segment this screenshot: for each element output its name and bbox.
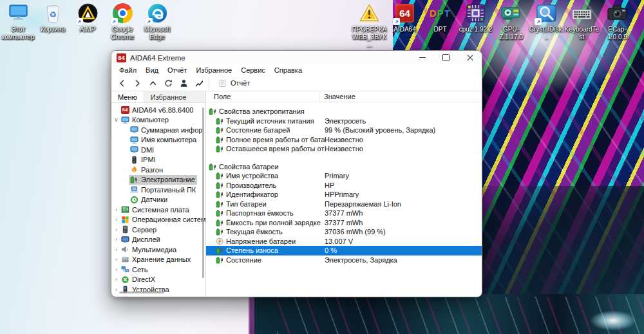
section-header[interactable]: Свойства батареи — [206, 162, 482, 172]
desktop-icon-cpuz[interactable]: cpuz 1.92.2 — [458, 3, 493, 33]
desktop-icon-dpt[interactable]: DPT DPT — [422, 3, 458, 33]
section-title: Свойства батареи — [219, 163, 279, 171]
maximize-button[interactable] — [434, 51, 458, 64]
flame-icon — [129, 165, 138, 174]
tree-item-электропитание[interactable]: Электропитание — [111, 175, 205, 185]
row-value: Перезаряжаемая Li-Ion — [325, 200, 482, 208]
desktop-icon-chrome[interactable]: Google Chrome — [105, 3, 140, 41]
table-row[interactable]: Степень износа0 % — [206, 246, 482, 255]
section-header[interactable]: Свойства электропитания — [206, 107, 482, 116]
tree-item-датчики[interactable]: Датчики — [111, 195, 205, 205]
table-row[interactable]: Ёмкость при полной зарядке37377 mWh — [206, 218, 482, 228]
tree-item-суммарная-инфор[interactable]: Суммарная инфор — [111, 125, 205, 135]
tree-item-directx[interactable]: ›DirectX — [111, 275, 205, 285]
table-row[interactable]: Состояние батарей99 % (Высокий уровень, … — [206, 125, 482, 135]
battery-icon — [215, 116, 223, 125]
monitor-icon — [129, 136, 138, 144]
table-row[interactable]: СостояниеЭлектросеть, Зарядка — [206, 255, 482, 265]
desktop-icon-crystal[interactable]: CrystalDisk... — [529, 3, 564, 41]
table-row[interactable]: Текущая ёмкость37036 mWh (99 %) — [206, 227, 482, 237]
table-row[interactable]: ПроизводительHP — [206, 181, 482, 190]
tree-horizontal-scrollbar[interactable] — [119, 292, 164, 293]
tree-item-dmi[interactable]: DMI — [111, 145, 205, 155]
tree-item-имя-компьютера[interactable]: Имя компьютера — [111, 135, 205, 145]
row-value: 13.007 V — [325, 237, 482, 245]
chevron-right-icon[interactable]: › — [113, 266, 120, 273]
tree-item-операционная-систем[interactable]: ›Операционная систем — [111, 215, 205, 225]
minimize-button[interactable] — [410, 51, 434, 64]
refresh-button[interactable] — [160, 77, 176, 89]
desktop-icon-warning[interactable]: ПРОВЕРКА WEB_ЗВУК... — [352, 3, 387, 48]
network-icon — [120, 265, 129, 274]
chevron-right-icon[interactable]: › — [113, 246, 120, 253]
chevron-right-icon[interactable]: › — [113, 276, 120, 283]
chart-button[interactable] — [191, 77, 207, 89]
table-row[interactable]: Текущий источник питанияЭлектросеть — [206, 116, 482, 126]
maximize-icon — [442, 54, 450, 61]
row-field: Ёмкость при полной зарядке — [226, 219, 321, 227]
shortcut-arrow-icon — [76, 18, 83, 25]
chevron-down-icon[interactable]: ∨ — [113, 116, 120, 123]
row-field: Оставшееся время работы от ... — [226, 145, 325, 153]
desktop-icon-label: Google Chrome — [105, 26, 140, 41]
table-row[interactable]: Оставшееся время работы от ...Неизвестно — [206, 144, 482, 154]
tree-item-сеть[interactable]: ›Сеть — [111, 264, 205, 275]
menu-item-1[interactable]: Вид — [141, 66, 163, 74]
tree-item-системная-плата[interactable]: ›Системная плата — [111, 205, 205, 215]
chevron-right-icon[interactable]: › — [113, 227, 120, 233]
chevron-right-icon[interactable]: › — [113, 256, 120, 263]
chevron-right-icon[interactable]: › — [113, 236, 120, 243]
desktop-icon-gpuz[interactable]: GPU-Z.1.17.0 — [493, 3, 529, 41]
tree-item-хранение-данных[interactable]: ›Хранение данных — [111, 255, 205, 265]
row-field: Полное время работы от бата... — [226, 136, 325, 144]
user-button[interactable] — [176, 77, 191, 89]
table-row[interactable]: Напряжение батареи13.007 V — [206, 237, 482, 246]
battery-icon — [129, 176, 138, 184]
menu-item-2[interactable]: Отчёт — [163, 66, 191, 74]
table-row[interactable]: Тип батареиПерезаряжаемая Li-Ion — [206, 199, 482, 209]
row-value: HP — [325, 181, 482, 189]
table-row[interactable]: ИдентификаторHPPrimary — [206, 190, 482, 199]
desktop-icon-aida64[interactable]: 64 AIDA64 — [387, 3, 422, 33]
tree-item-label: Компьютер — [132, 116, 169, 124]
tree-item-программы[interactable]: ›Программы — [111, 295, 205, 297]
forward-button[interactable] — [129, 77, 145, 89]
desktop-icon-recycle[interactable]: ♻ Корзина — [35, 3, 70, 33]
tree-item-разгон[interactable]: Разгон — [111, 165, 205, 175]
table-row[interactable]: Полное время работы от бата...Неизвестно — [206, 135, 482, 145]
tree-item-компьютер[interactable]: ∨Компьютер — [111, 115, 205, 125]
chevron-right-icon[interactable]: › — [113, 296, 120, 297]
menu-item-5[interactable]: Справка — [270, 66, 307, 74]
desktop-icon-edge[interactable]: Microsoft Edge — [140, 3, 175, 41]
desktop-icon-keyboard[interactable]: KeyboardTest — [564, 3, 600, 41]
tree-item-ipmi[interactable]: IPMI — [111, 155, 205, 165]
chevron-right-icon[interactable]: › — [113, 207, 120, 213]
tree-item-сервер[interactable]: ›Сервер — [111, 225, 205, 235]
row-field: Текущая ёмкость — [226, 228, 283, 236]
menu-item-3[interactable]: Избранное — [191, 66, 236, 74]
menu-item-4[interactable]: Сервис — [236, 66, 270, 74]
warning-icon — [359, 3, 380, 24]
chevron-right-icon[interactable]: › — [113, 216, 120, 223]
battery-icon — [208, 107, 216, 116]
titlebar[interactable]: 64 AIDA64 Extreme — [111, 51, 482, 64]
menu-item-0[interactable]: Файл — [115, 66, 141, 74]
tree-vertical-scrollbar[interactable] — [202, 107, 204, 278]
tree-item-мультимедиа[interactable]: ›Мультимедиа — [111, 245, 205, 255]
table-row[interactable]: Имя устройстваPrimary — [206, 171, 482, 181]
close-button[interactable] — [458, 51, 482, 64]
tree-item-aida64-v6-88-6400[interactable]: 64AIDA64 v6.88.6400 — [111, 105, 205, 115]
tree-item-дисплей[interactable]: ›Дисплей — [111, 235, 205, 245]
chrome-icon — [112, 3, 133, 24]
desktop-icon-aimp[interactable]: AIMP — [70, 3, 105, 33]
tree-item-портативный-пк[interactable]: Портативный ПК — [111, 185, 205, 195]
table-row[interactable]: Паспортная ёмкость37377 mWh — [206, 209, 482, 218]
desktop-icon-ecap[interactable]: ECap-1.0.0.9 — [600, 3, 635, 41]
desktop-icon-pc[interactable]: Этот компьютер — [1, 3, 35, 41]
tab-favorites[interactable]: Избранное — [144, 91, 193, 102]
tab-menu[interactable]: Меню — [111, 91, 144, 102]
window-body: Меню Избранное 64AIDA64 v6.88.6400∨Компь… — [111, 91, 482, 297]
up-button[interactable] — [145, 77, 160, 89]
report-button[interactable]: Отчёт — [213, 77, 256, 89]
back-button[interactable] — [114, 77, 129, 89]
